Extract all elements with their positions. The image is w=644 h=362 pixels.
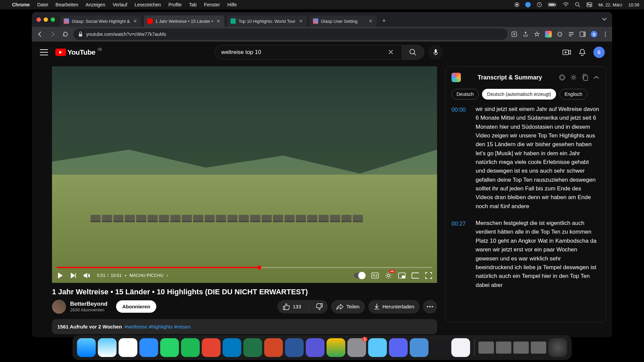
dock-minimized-window[interactable]	[514, 342, 529, 354]
menu-lesezeichen[interactable]: Lesezeichen	[135, 2, 161, 7]
next-video-button[interactable]	[70, 272, 77, 279]
dock-app-todoist[interactable]	[202, 338, 221, 357]
fullscreen-button[interactable]	[425, 272, 432, 279]
menu-bearbeiten[interactable]: Bearbeiten	[56, 2, 78, 7]
dock-app-finder[interactable]	[77, 338, 96, 357]
menubar-date[interactable]: Mi. 22. März	[598, 2, 623, 7]
video-chapter-name[interactable]: MACHU PICCHU	[129, 273, 163, 278]
transcript-body[interactable]: 00:00 wir sind jetzt seit einem Jahr auf…	[451, 105, 600, 322]
subtitles-button[interactable]	[371, 272, 379, 279]
chrome-profile-avatar[interactable]: S	[591, 31, 597, 38]
search-icon[interactable]	[575, 2, 580, 7]
dislike-button[interactable]	[313, 303, 328, 310]
omnibox[interactable]: youtube.com/watch?v=cWw77k7auMs	[73, 28, 507, 40]
menu-anzeigen[interactable]: Anzeigen	[86, 2, 105, 7]
video-description[interactable]: 1561 Aufrufe vor 2 Wochen #weltreise #hi…	[52, 319, 437, 334]
dock-app-zoom[interactable]	[140, 338, 158, 357]
dock-minimized-window[interactable]	[479, 342, 494, 354]
control-center-icon[interactable]	[586, 2, 592, 7]
play-button[interactable]	[57, 272, 64, 279]
glasp-logo-icon[interactable]	[451, 73, 461, 82]
tab-close-icon[interactable]: ✕	[298, 18, 304, 24]
like-button[interactable]	[283, 303, 290, 310]
window-close-button[interactable]	[37, 17, 41, 22]
dock-app-settings[interactable]	[347, 338, 366, 357]
menu-hilfe[interactable]: Hilfe	[227, 2, 237, 7]
record-icon[interactable]	[515, 2, 519, 7]
browser-tab[interactable]: Glasp User Setting ✕	[310, 15, 377, 27]
menu-datei[interactable]: Datei	[37, 2, 48, 7]
menu-tab[interactable]: Tab	[189, 2, 197, 7]
browser-tab[interactable]: Glasp: Social Web Highlight & ✕	[60, 15, 141, 27]
chapter-chevron-icon[interactable]: ›	[165, 273, 168, 278]
new-tab-button[interactable]: +	[379, 16, 389, 25]
bookmark-star-icon[interactable]	[534, 31, 540, 38]
dock-app-voice[interactable]	[431, 338, 449, 357]
dock-app-messages[interactable]	[368, 338, 387, 357]
browser-tab[interactable]: 1 Jahr Weltreise • 15 Länder • ✕	[144, 15, 224, 27]
clear-search-icon[interactable]: ✕	[386, 48, 396, 57]
browser-tab[interactable]: Top 10 Highlights: World Tour ✕	[227, 15, 307, 27]
dock-app-preview[interactable]	[451, 338, 470, 357]
dock-app-powerpoint[interactable]	[264, 338, 283, 357]
video-hashtags[interactable]: #weltreise #highlights #reisen	[125, 324, 191, 329]
collapse-icon[interactable]	[593, 74, 600, 81]
dock-app-excel[interactable]	[244, 338, 262, 357]
dock-app-chrome[interactable]	[119, 338, 138, 357]
tab-close-icon[interactable]: ✕	[132, 18, 138, 24]
dock-app-gdrive[interactable]	[327, 338, 345, 357]
youtube-search-field[interactable]: ✕	[215, 45, 402, 60]
dock-app-whatsapp[interactable]	[160, 338, 179, 357]
dock-app-trello[interactable]	[223, 338, 241, 357]
dock-minimized-window[interactable]	[531, 342, 546, 354]
share-icon[interactable]	[522, 31, 529, 38]
share-button[interactable]: Teilen	[331, 300, 365, 313]
dock-app-quicktime[interactable]	[410, 338, 429, 357]
sidepanel-icon[interactable]	[579, 31, 586, 38]
channel-avatar[interactable]	[52, 300, 66, 314]
dock-app-discord[interactable]	[389, 338, 408, 357]
lang-chip-englisch[interactable]: Englisch	[559, 89, 587, 100]
hamburger-menu-icon[interactable]	[39, 48, 49, 57]
glasp-extension-icon[interactable]	[545, 31, 552, 38]
menu-profile[interactable]: Profile	[168, 2, 182, 7]
theater-mode-button[interactable]	[412, 272, 419, 279]
nav-reload-button[interactable]	[61, 29, 70, 39]
search-input[interactable]	[221, 49, 386, 56]
more-actions-button[interactable]	[423, 300, 437, 313]
dock-trash[interactable]	[548, 338, 567, 357]
youtube-logo[interactable]: YouTube DE	[55, 48, 95, 56]
window-minimize-button[interactable]	[44, 17, 48, 22]
transcript-timestamp[interactable]: 00:00	[451, 105, 470, 211]
youtube-profile-avatar[interactable]: S	[593, 47, 605, 58]
settings-icon[interactable]	[570, 74, 577, 81]
extensions-icon[interactable]	[556, 31, 563, 38]
tab-close-icon[interactable]: ✕	[368, 18, 373, 24]
menu-fenster[interactable]: Fenster	[204, 2, 220, 7]
dock-app-spotify[interactable]	[181, 338, 200, 357]
miniplayer-button[interactable]	[398, 272, 406, 279]
tab-overflow-button[interactable]	[602, 18, 609, 21]
lang-chip-deutsch[interactable]: Deutsch	[451, 89, 479, 100]
dock-minimized-window[interactable]	[496, 342, 512, 354]
notifications-bell-icon[interactable]	[579, 48, 586, 56]
reading-list-icon[interactable]	[568, 31, 575, 38]
nav-back-button[interactable]	[35, 29, 45, 39]
status-dot-icon[interactable]	[525, 2, 531, 7]
menubar-app-name[interactable]: Chrome	[12, 2, 30, 7]
autoplay-toggle[interactable]	[354, 273, 365, 278]
chrome-menu-icon[interactable]	[602, 31, 609, 38]
transcript-timestamp[interactable]: 00:27	[451, 219, 470, 290]
menu-verlauf[interactable]: Verlauf	[113, 2, 127, 7]
wifi-icon[interactable]	[563, 2, 569, 7]
openai-icon[interactable]	[559, 74, 566, 81]
tab-close-icon[interactable]: ✕	[216, 18, 221, 24]
channel-name[interactable]: BetterBeyond	[70, 301, 107, 307]
clock-icon[interactable]	[537, 2, 542, 7]
lang-chip-deutsch-auto[interactable]: Deutsch (automatisch erzeugt)	[482, 89, 556, 100]
window-maximize-button[interactable]	[51, 17, 55, 22]
dock-app-imovie[interactable]	[306, 338, 325, 357]
settings-gear-button[interactable]: HD	[385, 272, 392, 279]
video-player[interactable]: 5:51 / 10:51 • MACHU PICCHU ›	[52, 66, 437, 283]
download-button[interactable]: Herunterladen	[368, 300, 420, 313]
